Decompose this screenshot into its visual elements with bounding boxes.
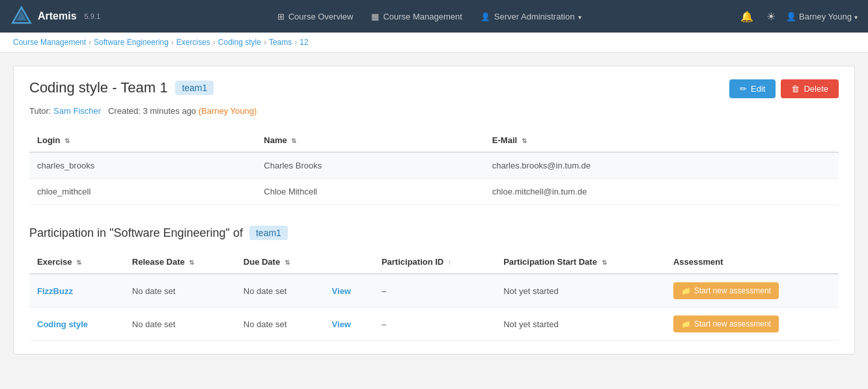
member-name: Charles Brooks bbox=[256, 152, 484, 179]
part-start-date: Not yet started bbox=[496, 274, 665, 308]
part-assessment: 📁 Start new assessment bbox=[665, 274, 839, 308]
part-id: – bbox=[374, 308, 496, 341]
part-view: View bbox=[324, 274, 374, 308]
nav-course-overview[interactable]: Course Overview bbox=[270, 7, 361, 27]
participation-header-row: Exercise ⇅ Release Date ⇅ Due Date ⇅ Par… bbox=[29, 250, 839, 274]
members-table-row: chloe_mithcell Chloe Mithcell chloe.mitc… bbox=[29, 179, 839, 205]
participation-heading: Participation in "Software Engineering" … bbox=[29, 226, 839, 240]
theme-icon[interactable]: ☀ bbox=[764, 8, 778, 25]
tutor-label: Tutor: bbox=[29, 106, 51, 116]
start-assessment-button[interactable]: 📁 Start new assessment bbox=[673, 315, 779, 332]
delete-button[interactable]: 🗑 Delete bbox=[781, 79, 839, 98]
email-sort-icon: ⇅ bbox=[522, 137, 527, 144]
page-actions: ✏ Edit 🗑 Delete bbox=[729, 79, 839, 98]
name-sort-icon: ⇅ bbox=[291, 137, 296, 144]
admin-icon bbox=[481, 12, 490, 21]
view-link[interactable]: View bbox=[332, 286, 351, 296]
col-assessment: Assessment bbox=[665, 250, 839, 274]
breadcrumb-12[interactable]: 12 bbox=[300, 38, 308, 47]
member-email: charles.brooks@in.tum.de bbox=[484, 152, 839, 179]
participation-team-badge: team1 bbox=[249, 226, 288, 240]
part-view: View bbox=[324, 308, 374, 341]
app-version: 5.9.1 bbox=[85, 12, 100, 20]
partid-sort-icon: ↑ bbox=[448, 259, 451, 266]
page-title: Coding style - Team 1 bbox=[29, 79, 167, 96]
participation-title: Participation in "Software Engineering" … bbox=[29, 226, 243, 240]
col-login[interactable]: Login ⇅ bbox=[29, 129, 256, 152]
participation-table-row: Coding style No date set No date set Vie… bbox=[29, 308, 839, 341]
member-email: chloe.mitchell@in.tum.de bbox=[484, 179, 839, 205]
created-label bbox=[104, 106, 106, 116]
artemis-logo bbox=[10, 5, 33, 27]
col-due-date[interactable]: Due Date ⇅ bbox=[236, 250, 324, 274]
app-name: Artemis bbox=[38, 10, 77, 22]
breadcrumb-sep-3: › bbox=[213, 38, 216, 47]
participation-table: Exercise ⇅ Release Date ⇅ Due Date ⇅ Par… bbox=[29, 250, 839, 341]
member-name: Chloe Mithcell bbox=[256, 179, 484, 205]
start-assessment-button[interactable]: 📁 Start new assessment bbox=[673, 282, 779, 299]
breadcrumb-exercises[interactable]: Exercises bbox=[176, 38, 210, 47]
exercise-link[interactable]: Coding style bbox=[37, 319, 88, 329]
main-card: Coding style - Team 1 team1 ✏ Edit 🗑 Del… bbox=[13, 66, 855, 355]
exercise-sort-icon: ⇅ bbox=[76, 259, 81, 266]
edit-button[interactable]: ✏ Edit bbox=[729, 79, 776, 98]
part-start-date: Not yet started bbox=[496, 308, 665, 341]
part-exercise: Coding style bbox=[29, 308, 124, 341]
exercise-link[interactable]: FizzBuzz bbox=[37, 286, 73, 296]
breadcrumb-software-engineering[interactable]: Software Engineering bbox=[94, 38, 169, 47]
part-id: – bbox=[374, 274, 496, 308]
part-release-date: No date set bbox=[124, 274, 236, 308]
breadcrumb-teams[interactable]: Teams bbox=[269, 38, 292, 47]
col-exercise[interactable]: Exercise ⇅ bbox=[29, 250, 124, 274]
due-sort-icon: ⇅ bbox=[285, 259, 290, 266]
breadcrumb-sep-2: › bbox=[171, 38, 174, 47]
login-sort-icon: ⇅ bbox=[64, 137, 70, 144]
breadcrumb-sep-5: › bbox=[294, 38, 297, 47]
part-due-date: No date set bbox=[236, 274, 324, 308]
user-menu[interactable]: 👤 Barney Young bbox=[786, 12, 858, 21]
breadcrumb-coding-style[interactable]: Coding style bbox=[218, 38, 261, 47]
view-link[interactable]: View bbox=[332, 319, 351, 329]
col-participation-id[interactable]: Participation ID ↑ bbox=[374, 250, 496, 274]
created-by: (Barney Young) bbox=[199, 106, 257, 116]
member-login: charles_brooks bbox=[29, 152, 256, 179]
member-login: chloe_mithcell bbox=[29, 179, 256, 205]
part-assessment: 📁 Start new assessment bbox=[665, 308, 839, 341]
navbar: Artemis 5.9.1 Course Overview Course Man… bbox=[0, 0, 868, 33]
brand[interactable]: Artemis 5.9.1 bbox=[10, 5, 100, 27]
navbar-right: 🔔 ☀ 👤 Barney Young bbox=[738, 8, 858, 25]
members-table-header-row: Login ⇅ Name ⇅ E-Mail ⇅ bbox=[29, 129, 839, 152]
breadcrumb-course-management[interactable]: Course Management bbox=[13, 38, 86, 47]
nav-server-admin[interactable]: Server Administration bbox=[473, 7, 590, 27]
startdate-sort-icon: ⇅ bbox=[602, 259, 607, 266]
nav-course-management[interactable]: Course Management bbox=[363, 7, 469, 27]
members-table-row: charles_brooks Charles Brooks charles.br… bbox=[29, 152, 839, 179]
table-icon bbox=[371, 12, 379, 21]
page-title-section: Coding style - Team 1 team1 bbox=[29, 79, 214, 96]
dropdown-icon bbox=[578, 12, 581, 21]
col-start-date[interactable]: Participation Start Date ⇅ bbox=[496, 250, 665, 274]
breadcrumb-sep-4: › bbox=[264, 38, 266, 47]
participation-table-row: FizzBuzz No date set No date set View – … bbox=[29, 274, 839, 308]
folder-icon: 📁 bbox=[681, 286, 691, 295]
col-view bbox=[324, 250, 374, 274]
pencil-icon: ✏ bbox=[740, 84, 747, 94]
notifications-icon[interactable]: 🔔 bbox=[738, 8, 756, 25]
tutor-name[interactable]: Sam Fischer bbox=[53, 106, 101, 116]
breadcrumb: Course Management › Software Engineering… bbox=[0, 33, 868, 53]
col-name[interactable]: Name ⇅ bbox=[256, 129, 484, 152]
page-header: Coding style - Team 1 team1 ✏ Edit 🗑 Del… bbox=[29, 79, 839, 98]
main-content: Coding style - Team 1 team1 ✏ Edit 🗑 Del… bbox=[0, 53, 868, 368]
folder-icon: 📁 bbox=[681, 319, 691, 329]
part-exercise: FizzBuzz bbox=[29, 274, 124, 308]
part-release-date: No date set bbox=[124, 308, 236, 341]
created-text: Created: 3 minutes ago bbox=[108, 106, 196, 116]
col-release-date[interactable]: Release Date ⇅ bbox=[124, 250, 236, 274]
team-badge: team1 bbox=[175, 81, 214, 95]
trash-icon: 🗑 bbox=[791, 84, 800, 94]
part-due-date: No date set bbox=[236, 308, 324, 341]
grid-icon bbox=[277, 12, 285, 21]
col-email[interactable]: E-Mail ⇅ bbox=[484, 129, 839, 152]
tutor-info: Tutor: Sam Fischer Created: 3 minutes ag… bbox=[29, 106, 839, 116]
user-icon: 👤 bbox=[786, 12, 796, 21]
